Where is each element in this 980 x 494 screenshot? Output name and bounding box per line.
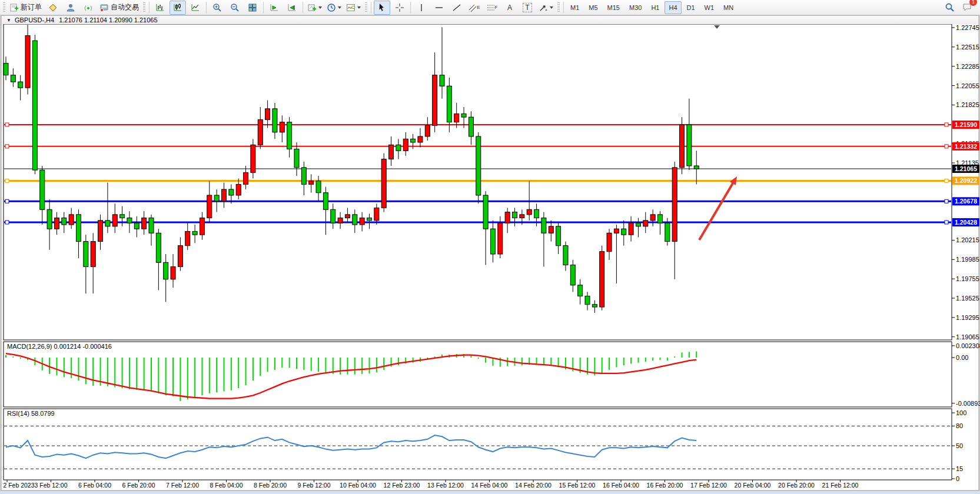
macd-axis-label: 0.002308: [956, 342, 980, 349]
auto-trading-button[interactable]: 自动交易: [98, 1, 141, 15]
time-tick-label: 13 Feb 12:00: [427, 482, 464, 489]
price-tick-label: 1.21825: [956, 101, 979, 108]
crosshair-tool-button[interactable]: [391, 1, 408, 15]
indicators-icon: [346, 3, 356, 12]
price-tick-label: 1.22285: [956, 63, 979, 70]
zoom-out-button[interactable]: [227, 1, 243, 15]
signals-button[interactable]: [80, 1, 97, 15]
line-handle: [5, 123, 9, 126]
time-tick-label: 8 Feb 04:00: [210, 482, 242, 489]
tf-M30[interactable]: M30: [625, 1, 646, 14]
time-tick-label: 10 Feb 04:00: [340, 482, 376, 489]
time-tick-label: 14 Feb 20:00: [515, 482, 552, 489]
chart-shift-icon: [270, 3, 279, 12]
arrows-tool-button[interactable]: [537, 1, 555, 15]
toolbar-grip[interactable]: [143, 2, 145, 13]
line-chart-icon: [191, 3, 200, 12]
price-tick-label: 1.19065: [956, 333, 979, 341]
auto-scroll-icon: [287, 3, 297, 12]
fibonacci-tool-button[interactable]: F: [484, 1, 500, 15]
profile-chart-icon: [66, 3, 75, 12]
tf-W1[interactable]: W1: [700, 1, 719, 14]
zoom-in-icon: [212, 3, 222, 12]
tf-M5[interactable]: M5: [584, 1, 602, 14]
notifications-button[interactable]: 1: [959, 1, 975, 15]
time-tick-label: 21 Feb 12:00: [822, 482, 859, 489]
dropdown-caret-icon: [318, 6, 322, 9]
bar-chart-button[interactable]: [152, 1, 168, 15]
tile-windows-button[interactable]: [244, 1, 261, 15]
price-tick-label: 1.19295: [956, 314, 979, 321]
price-tick-label: 1.22515: [956, 44, 979, 51]
price-chip-label: 1.21065: [955, 165, 977, 172]
symbol-dropdown-icon[interactable]: ▼: [6, 18, 11, 23]
trendline-tool-button[interactable]: [449, 1, 465, 15]
time-tick-label: 8 Feb 20:00: [254, 482, 287, 489]
time-tick-label: 9 Feb 12:00: [297, 482, 330, 489]
rsi-label: RSI(14) 58.0799: [7, 410, 55, 417]
horizontal-line-tool-button[interactable]: [431, 1, 447, 15]
toolbar-grip[interactable]: [557, 2, 560, 13]
tf-MN[interactable]: MN: [719, 1, 738, 14]
chart-title: GBPUSD-,H4: [15, 16, 54, 24]
fibonacci-icon-sublabel: F: [495, 5, 498, 10]
text-tool-button[interactable]: A: [501, 1, 518, 15]
tf-M15[interactable]: M15: [603, 1, 624, 14]
tf-M1[interactable]: M1: [566, 1, 583, 14]
mt4-terminal: { "toolbar": { "new_order_label": "新订单",…: [0, 0, 980, 494]
zoom-in-button[interactable]: [209, 1, 225, 15]
chart-canvas[interactable]: 1.227451.225151.222851.220551.218251.213…: [0, 0, 980, 494]
separator: [563, 2, 564, 14]
horizontal-line-icon: [434, 3, 444, 12]
new-order-button[interactable]: 新订单: [8, 1, 44, 15]
crosshair-icon: [395, 3, 404, 12]
cursor-tool-button[interactable]: [374, 1, 390, 15]
toolbar-grip[interactable]: [365, 2, 367, 13]
market-watch-button[interactable]: [45, 1, 61, 15]
chart-shift-button[interactable]: [266, 1, 283, 15]
line-chart-button[interactable]: [187, 1, 204, 15]
price-tick-label: 1.20215: [956, 236, 979, 243]
line-handle: [945, 199, 948, 203]
time-tick-label: 16 Feb 04:00: [603, 482, 639, 489]
periods-button[interactable]: [325, 1, 343, 15]
tf-H4[interactable]: H4: [665, 1, 681, 14]
rsi-axis-label: 100: [956, 409, 966, 416]
signal-icon: [84, 3, 93, 12]
data-window-button[interactable]: [62, 1, 79, 15]
vertical-line-tool-button[interactable]: [413, 1, 430, 15]
candle-chart-button[interactable]: [170, 1, 186, 15]
indicators-button[interactable]: [344, 1, 363, 15]
separator: [410, 2, 411, 14]
timeframe-group: M1M5M15M30H1H4D1W1MN: [566, 1, 738, 14]
rsi-axis-label: 15: [956, 465, 963, 472]
line-handle: [5, 199, 9, 203]
macd-pane: [4, 342, 952, 407]
line-handle: [945, 123, 948, 126]
notification-badge: 1: [969, 0, 977, 6]
time-tick-label: 6 Feb 04:00: [78, 482, 111, 489]
candlestick-chart-icon: [173, 3, 182, 12]
chart-ohlc-values: 1.21076 1.21104 1.20990 1.21065: [59, 16, 157, 24]
clock-icon: [327, 3, 336, 12]
chart-titlebar[interactable]: ▼ GBPUSD-,H4 1.21076 1.21104 1.20990 1.2…: [2, 16, 978, 24]
line-handle: [5, 179, 9, 182]
toolbar-grip[interactable]: [3, 2, 5, 13]
time-tick-label: 20 Feb 20:00: [778, 482, 815, 489]
text-label-tool-icon: T: [523, 3, 531, 12]
text-label-tool-button[interactable]: T: [519, 1, 536, 15]
tf-D1[interactable]: D1: [683, 1, 699, 14]
new-chart-button[interactable]: [305, 1, 324, 15]
auto-trading-icon: [99, 3, 109, 12]
new-order-icon: [9, 3, 19, 12]
auto-scroll-button[interactable]: [284, 1, 300, 15]
vertical-line-icon: [417, 3, 426, 12]
separator: [371, 2, 371, 14]
statusbar-edge: [0, 491, 980, 494]
time-tick-label: 14 Feb 04:00: [471, 482, 508, 489]
search-button[interactable]: [941, 1, 958, 15]
tf-H1[interactable]: H1: [647, 1, 663, 14]
rsi-pane: [4, 409, 952, 480]
price-tick-label: 1.19755: [956, 275, 979, 282]
equidistant-channel-tool-button[interactable]: E: [466, 1, 483, 15]
